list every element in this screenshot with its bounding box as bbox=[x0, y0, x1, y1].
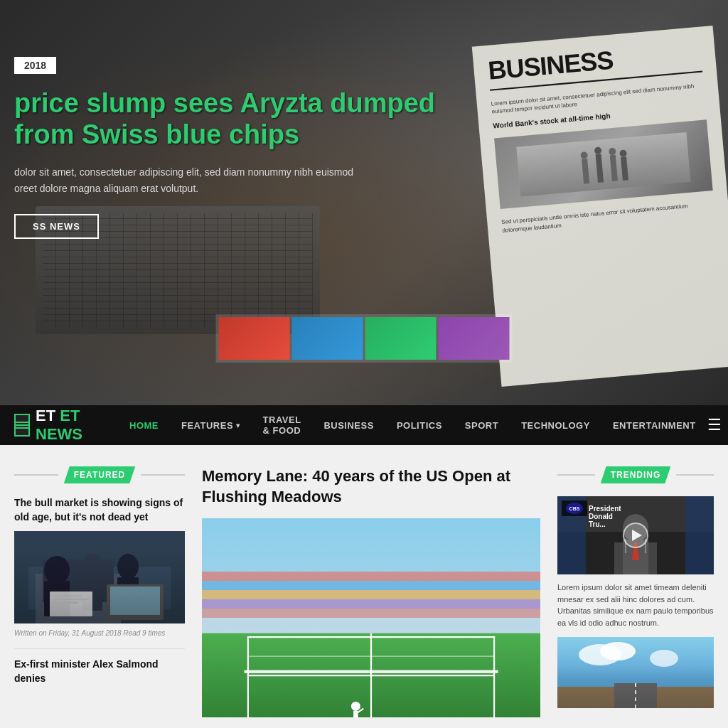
featured-article-1-meta: Written on Friday, 31 August 2018 Read 9… bbox=[14, 629, 185, 637]
trending-column: TRENDING bbox=[557, 466, 714, 717]
play-button[interactable] bbox=[623, 523, 648, 548]
play-btn-circle bbox=[623, 523, 648, 548]
nav-item-travel-food[interactable]: TRAVEL & FOOD bbox=[252, 405, 313, 445]
featured-section-label: FEATURED bbox=[14, 466, 185, 483]
hamburger-icon[interactable]: ☰ bbox=[707, 416, 722, 434]
svg-point-1 bbox=[580, 152, 588, 160]
trending-badge: TRENDING bbox=[601, 466, 671, 483]
hero-section: BUSINESS Lorem ipsum dolor sit amet, con… bbox=[0, 0, 728, 405]
main-content: FEATURED The bull market is showing sign… bbox=[0, 445, 728, 728]
cbs-logo-icon: CBS bbox=[566, 503, 583, 514]
newspaper-image bbox=[494, 120, 713, 210]
svg-point-5 bbox=[609, 148, 616, 156]
main-article-title[interactable]: Memory Lane: 40 years of the US Open at … bbox=[202, 466, 540, 507]
hero-thumbnail-strip bbox=[216, 314, 513, 363]
svg-rect-28 bbox=[202, 590, 540, 599]
hero-thumb-4[interactable] bbox=[439, 317, 510, 360]
featured-label-line-right bbox=[141, 474, 185, 476]
brand-prefix: ET bbox=[36, 407, 60, 424]
featured-label-line-left bbox=[14, 474, 58, 476]
play-triangle-icon bbox=[632, 530, 642, 541]
svg-point-54 bbox=[650, 650, 678, 667]
svg-rect-30 bbox=[202, 609, 540, 618]
brand-icon-line-2 bbox=[16, 424, 28, 426]
nav-item-home[interactable]: HOME bbox=[118, 405, 170, 445]
trending-image-2[interactable] bbox=[557, 637, 714, 708]
trending-section-label: TRENDING bbox=[557, 466, 714, 483]
trending-video-description: Lorem ipsum dolor sit amet timeam deleni… bbox=[557, 582, 714, 628]
featured-article-1-title[interactable]: The bull market is showing signs of old … bbox=[14, 496, 185, 524]
trending-label-line-right bbox=[676, 474, 714, 476]
svg-rect-50 bbox=[685, 496, 714, 574]
brand-icon bbox=[14, 414, 30, 437]
brand-icon-line-1 bbox=[16, 422, 28, 423]
brand-icon-line-3 bbox=[16, 427, 28, 429]
featured-img-overlay bbox=[14, 550, 185, 623]
svg-rect-26 bbox=[202, 572, 540, 581]
hero-content: 2018 price slump sees Aryzta dumped from… bbox=[0, 57, 483, 239]
trending-video[interactable]: CBS President Donald Tru... bbox=[557, 496, 714, 574]
hero-cta-button[interactable]: SS NEWS bbox=[14, 214, 99, 239]
svg-point-38 bbox=[351, 702, 360, 711]
trending-video-badge: CBS President Donald Tru... bbox=[562, 500, 587, 516]
svg-rect-29 bbox=[202, 599, 540, 609]
featured-article-1-image[interactable] bbox=[14, 531, 185, 623]
svg-rect-2 bbox=[596, 154, 604, 183]
svg-point-7 bbox=[619, 150, 627, 158]
main-article-column: Memory Lane: 40 years of the US Open at … bbox=[202, 466, 540, 717]
nav-item-entertainment[interactable]: ENTERTAINMENT bbox=[601, 405, 707, 445]
svg-rect-39 bbox=[353, 711, 358, 717]
hero-thumb-1[interactable] bbox=[219, 317, 290, 360]
navbar: ET ET NEWS HOME FEATURES ▾ TRAVEL & FOOD… bbox=[0, 405, 728, 445]
featured-badge: FEATURED bbox=[64, 466, 135, 483]
svg-point-53 bbox=[600, 642, 636, 660]
trending-label-line-left bbox=[557, 474, 595, 476]
nav-item-business[interactable]: BUSINESS bbox=[312, 405, 385, 445]
hero-description: dolor sit amet, consectetuer adipiscing … bbox=[14, 164, 370, 196]
brand-icon-lines bbox=[16, 422, 28, 429]
brand-name: ET ET NEWS bbox=[36, 407, 90, 444]
featured-column: FEATURED The bull market is showing sign… bbox=[14, 466, 185, 717]
hero-date-badge: 2018 bbox=[14, 57, 56, 74]
svg-point-3 bbox=[594, 147, 602, 155]
hero-thumb-2[interactable] bbox=[292, 317, 363, 360]
nav-item-politics[interactable]: POLITICS bbox=[385, 405, 454, 445]
nav-item-sport[interactable]: SPORT bbox=[454, 405, 510, 445]
hero-title: price slump sees Aryzta dumped from Swis… bbox=[14, 88, 469, 150]
brand-logo[interactable]: ET ET NEWS bbox=[14, 407, 90, 444]
nav-item-technology[interactable]: TECHNOLOGY bbox=[510, 405, 601, 445]
svg-rect-6 bbox=[621, 157, 628, 181]
main-article-image[interactable] bbox=[202, 518, 540, 717]
svg-rect-4 bbox=[610, 155, 618, 182]
featured-divider bbox=[14, 648, 185, 649]
svg-rect-27 bbox=[202, 581, 540, 590]
nav-links: HOME FEATURES ▾ TRAVEL & FOOD BUSINESS P… bbox=[118, 405, 707, 445]
hero-thumb-3[interactable] bbox=[365, 317, 437, 360]
svg-rect-0 bbox=[582, 159, 589, 185]
features-dropdown-arrow: ▾ bbox=[236, 422, 240, 429]
newspaper-image-inner bbox=[516, 132, 690, 197]
trending-img2-overlay bbox=[557, 665, 714, 708]
featured-article-2-title[interactable]: Ex-first minister Alex Salmond denies bbox=[14, 658, 185, 685]
nav-item-features[interactable]: FEATURES ▾ bbox=[170, 405, 252, 445]
